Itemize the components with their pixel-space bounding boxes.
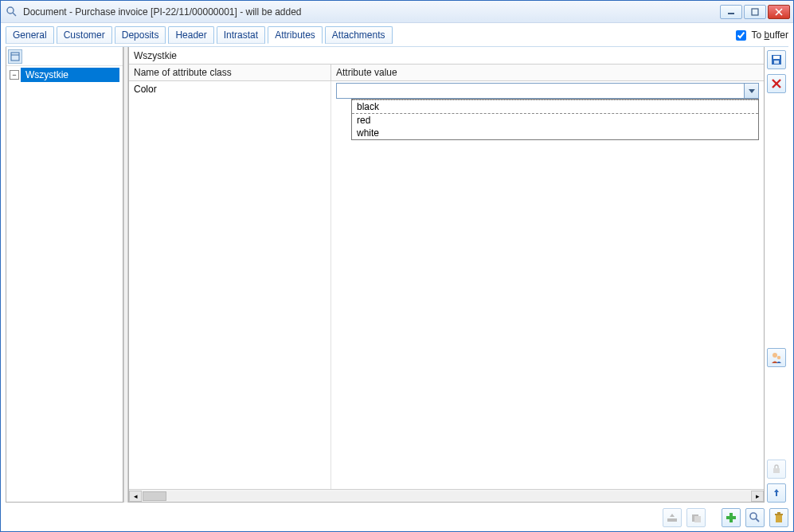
to-buffer-label: To buffer [752,29,789,41]
scroll-track[interactable] [143,491,750,501]
svg-rect-23 [726,516,736,519]
svg-rect-27 [775,514,783,515]
person-icon [770,351,783,364]
svg-marker-8 [749,89,755,93]
tab-customer[interactable]: Customer [57,26,112,44]
attr-name-cell[interactable]: Color [129,81,331,489]
pin-button[interactable] [767,483,786,503]
add-button[interactable] [722,508,741,527]
user-button[interactable] [767,348,786,367]
svg-point-24 [750,513,757,519]
attr-value-input[interactable] [337,84,744,98]
lock-button[interactable] [767,460,786,479]
find-button[interactable] [745,508,765,527]
pin-icon [771,487,782,499]
delete-button[interactable] [769,508,788,527]
scroll-left-button[interactable]: ◂ [129,491,142,502]
svg-rect-28 [777,512,780,514]
window-controls [720,5,790,19]
svg-line-25 [756,518,759,522]
paste-button[interactable] [686,508,706,527]
svg-rect-10 [773,56,780,59]
dropdown-option[interactable]: white [352,127,758,139]
combo-dropdown-button[interactable] [744,84,758,98]
open-icon [666,512,679,523]
tree-node-root[interactable]: − Wszystkie [6,66,123,84]
search-icon [749,511,761,524]
open-button[interactable] [663,508,682,527]
col-header-value[interactable]: Attribute value [331,65,764,80]
to-buffer-input[interactable] [736,30,746,41]
to-buffer-checkbox[interactable]: To buffer [733,28,789,43]
close-x-icon [771,78,782,89]
svg-rect-16 [773,468,780,473]
tab-deposits[interactable]: Deposits [115,26,166,44]
grid-header: Name of attribute class Attribute value [129,64,764,81]
svg-line-1 [13,13,16,16]
svg-rect-11 [774,61,779,64]
bottom-toolbar [1,507,793,531]
svg-rect-21 [694,516,701,522]
trash-icon [773,511,784,524]
titlebar: Document - Purchase invoice [PI-22/11/00… [1,1,793,23]
attr-value-cell[interactable]: black red white [331,81,764,489]
tab-general[interactable]: General [6,26,54,44]
tree-toolbar-button[interactable] [8,49,22,64]
save-icon [770,53,783,66]
tree-toolbar [6,47,123,66]
tab-intrastat[interactable]: Intrastat [217,26,265,44]
window-title: Document - Purchase invoice [PI-22/11/00… [23,6,715,18]
tree-expander-icon[interactable]: − [10,70,19,80]
horizontal-scrollbar[interactable]: ◂ ▸ [129,489,764,502]
svg-point-14 [772,353,777,358]
main-panel-caption: Wszystkie [129,47,764,64]
right-sidebar [765,47,788,503]
close-button[interactable] [768,5,790,19]
minimize-button[interactable] [720,5,742,19]
scroll-thumb[interactable] [143,491,166,501]
lock-icon [771,464,782,475]
chevron-down-icon [748,87,756,95]
main-panel: Wszystkie Name of attribute class Attrib… [128,47,765,503]
app-icon [6,6,18,18]
svg-marker-17 [774,489,779,496]
svg-point-15 [777,356,780,359]
dropdown-option[interactable]: black [352,100,758,114]
attr-value-combobox[interactable] [336,83,759,99]
app-window: Document - Purchase invoice [PI-22/11/00… [0,0,794,532]
tab-header[interactable]: Header [168,26,213,44]
cancel-button[interactable] [767,74,786,93]
grid-body: Color black red white [129,81,764,489]
attr-value-dropdown[interactable]: black red white [351,99,759,140]
svg-point-0 [7,7,14,14]
content-area: − Wszystkie Wszystkie Name of attribute … [6,46,788,503]
paste-icon [690,512,702,523]
tree-body: − Wszystkie [6,66,123,502]
svg-marker-19 [670,514,675,517]
dropdown-option[interactable]: red [352,114,758,127]
tab-bar: General Customer Deposits Header Intrast… [1,23,793,46]
scroll-right-button[interactable]: ▸ [751,491,764,502]
maximize-button[interactable] [744,5,766,19]
tree-node-label[interactable]: Wszystkie [21,68,119,82]
svg-rect-26 [776,515,782,522]
tree-panel: − Wszystkie [6,47,123,503]
save-button[interactable] [767,50,786,69]
col-header-name[interactable]: Name of attribute class [129,65,331,80]
plus-icon [725,511,737,524]
svg-rect-6 [11,53,19,61]
svg-rect-3 [752,9,758,15]
svg-rect-18 [667,518,677,522]
tab-attachments[interactable]: Attachments [325,26,393,44]
tab-attributes[interactable]: Attributes [268,26,323,44]
